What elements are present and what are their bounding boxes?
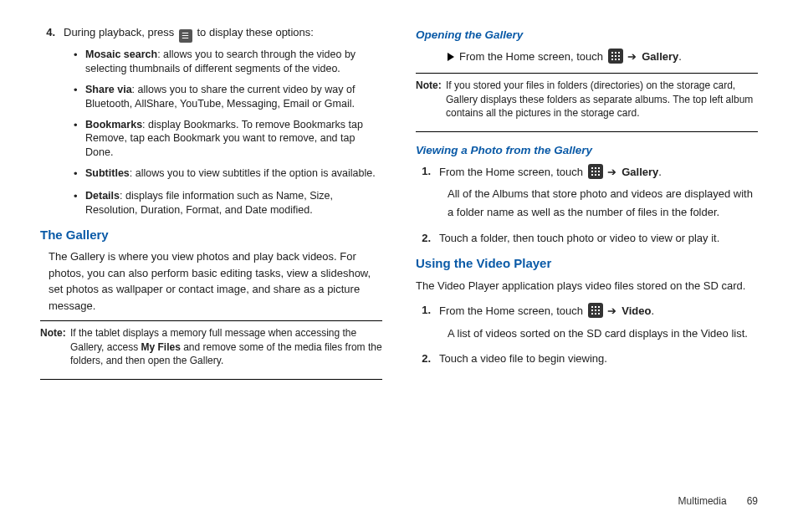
arrow-icon: ➔ bbox=[607, 304, 616, 317]
note-body: If you stored your files in folders (dir… bbox=[446, 79, 758, 120]
video-step-1-after: A list of videos sorted on the SD card d… bbox=[448, 325, 758, 343]
left-column: 4. During playback, press ☰ to display t… bbox=[40, 25, 382, 383]
pre: From the Home screen, touch bbox=[439, 304, 586, 317]
bullet-dot: • bbox=[74, 189, 85, 217]
desc: : displays file information such as Name… bbox=[85, 190, 333, 216]
triangle-bullet-icon bbox=[448, 53, 454, 61]
bullet-body: Bookmarks: display Bookmarks. To remove … bbox=[85, 118, 382, 161]
divider bbox=[416, 73, 758, 74]
apps-grid-icon bbox=[608, 49, 623, 64]
divider bbox=[416, 131, 758, 132]
arrow-icon: ➔ bbox=[627, 50, 637, 63]
note-label: Note: bbox=[40, 326, 70, 367]
step-4-text: During playback, press ☰ to display thes… bbox=[64, 25, 382, 43]
bullet-details: • Details: displays file information suc… bbox=[74, 189, 382, 217]
video-label: Video bbox=[622, 304, 651, 317]
gallery-paragraph: The Gallery is where you view photos and… bbox=[49, 248, 382, 314]
gallery-label: Gallery bbox=[622, 166, 658, 178]
bullet-body: Share via: allows you to share the curre… bbox=[85, 83, 382, 111]
note-body: If the tablet displays a memory full mes… bbox=[70, 326, 382, 367]
viewing-step-1: 1. From the Home screen, touch ➔ Gallery… bbox=[416, 164, 758, 181]
term: Bookmarks bbox=[85, 119, 142, 130]
bullet-dot: • bbox=[74, 166, 85, 182]
right-column: Opening the Gallery From the Home screen… bbox=[416, 25, 758, 383]
page-footer: Multimedia69 bbox=[678, 495, 758, 507]
gallery-label: Gallery bbox=[642, 50, 678, 63]
step-4-pre: During playback, press bbox=[64, 26, 177, 38]
divider bbox=[40, 320, 382, 321]
term: Details bbox=[85, 190, 120, 202]
step-number: 1. bbox=[416, 303, 439, 320]
step-number: 4. bbox=[40, 25, 64, 43]
term: Mosaic search bbox=[85, 49, 157, 60]
bullet-subtitles: • Subtitles: allows you to view subtitle… bbox=[74, 166, 382, 182]
apps-grid-icon bbox=[588, 303, 603, 318]
note-bold: My Files bbox=[141, 341, 180, 353]
heading-gallery: The Gallery bbox=[40, 226, 382, 244]
note-storage: Note: If you stored your files in folder… bbox=[416, 77, 758, 125]
step-number: 2. bbox=[416, 231, 439, 247]
step-text: Touch a video file to begin viewing. bbox=[439, 351, 758, 367]
footer-page-number: 69 bbox=[747, 495, 758, 507]
menu-icon: ☰ bbox=[179, 29, 192, 43]
heading-video-player: Using the Video Player bbox=[416, 254, 758, 273]
video-player-paragraph: The Video Player application plays video… bbox=[416, 278, 758, 294]
bullet-body: Subtitles: allows you to view subtitles … bbox=[85, 166, 382, 182]
bullet-body: Details: displays file information such … bbox=[85, 189, 382, 217]
bullet-mosaic: • Mosaic search: allows you to search th… bbox=[74, 48, 382, 76]
heading-viewing-photo: Viewing a Photo from the Gallery bbox=[416, 142, 758, 159]
apps-grid-icon bbox=[588, 164, 603, 179]
viewing-step-1-after: All of the Albums that store photo and v… bbox=[448, 185, 758, 222]
step-text: From the Home screen, touch ➔ Video. bbox=[439, 303, 758, 320]
bullet-body: Mosaic search: allows you to search thro… bbox=[85, 48, 382, 76]
bullet-share: • Share via: allows you to share the cur… bbox=[74, 83, 382, 111]
bullet-dot: • bbox=[74, 118, 85, 161]
heading-opening-gallery: Opening the Gallery bbox=[416, 27, 758, 43]
bullet-bookmarks: • Bookmarks: display Bookmarks. To remov… bbox=[74, 118, 382, 161]
video-step-1: 1. From the Home screen, touch ➔ Video. bbox=[416, 303, 758, 320]
video-step-2: 2. Touch a video file to begin viewing. bbox=[416, 351, 758, 367]
desc: : allows you to view subtitles if the op… bbox=[130, 167, 376, 179]
step-text: From the Home screen, touch ➔ Gallery. bbox=[439, 164, 758, 181]
term: Subtitles bbox=[85, 167, 130, 179]
pre: From the Home screen, touch bbox=[439, 166, 586, 178]
term: Share via bbox=[85, 84, 132, 95]
open-pre: From the Home screen, touch bbox=[459, 50, 606, 63]
step-4-post: to display these options: bbox=[194, 26, 314, 38]
step-number: 2. bbox=[416, 351, 439, 367]
step-4: 4. During playback, press ☰ to display t… bbox=[40, 25, 382, 43]
note-label: Note: bbox=[416, 79, 446, 120]
arrow-icon: ➔ bbox=[607, 166, 616, 178]
bullet-dot: • bbox=[74, 83, 85, 111]
note-gallery: Note: If the tablet displays a memory fu… bbox=[40, 325, 382, 372]
open-gallery-step: From the Home screen, touch ➔ Gallery. bbox=[448, 49, 758, 65]
options-list: • Mosaic search: allows you to search th… bbox=[74, 48, 382, 217]
divider bbox=[40, 379, 382, 380]
viewing-step-2: 2. Touch a folder, then touch photo or v… bbox=[416, 231, 758, 247]
step-number: 1. bbox=[416, 164, 439, 181]
step-text: Touch a folder, then touch photo or vide… bbox=[439, 231, 758, 247]
page-content: 4. During playback, press ☰ to display t… bbox=[0, 0, 798, 383]
footer-section: Multimedia bbox=[678, 495, 727, 507]
bullet-dot: • bbox=[74, 48, 85, 76]
